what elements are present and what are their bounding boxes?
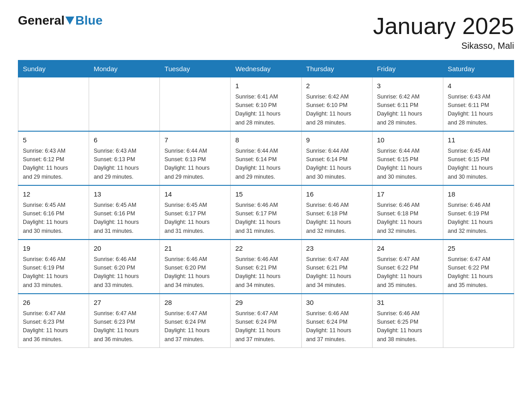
day-info: Sunrise: 6:47 AM Sunset: 6:24 PM Dayligh… — [235, 309, 296, 344]
day-info: Sunrise: 6:47 AM Sunset: 6:22 PM Dayligh… — [377, 255, 438, 290]
day-info: Sunrise: 6:44 AM Sunset: 6:14 PM Dayligh… — [306, 147, 368, 182]
calendar-week-row: 12Sunrise: 6:45 AM Sunset: 6:16 PM Dayli… — [18, 185, 514, 240]
day-number: 23 — [306, 244, 368, 254]
day-number: 29 — [235, 298, 296, 308]
calendar-day-cell: 20Sunrise: 6:46 AM Sunset: 6:20 PM Dayli… — [89, 240, 160, 294]
day-info: Sunrise: 6:47 AM Sunset: 6:23 PM Dayligh… — [23, 309, 84, 344]
calendar-day-cell: 5Sunrise: 6:43 AM Sunset: 6:12 PM Daylig… — [18, 131, 89, 185]
day-number: 12 — [23, 189, 84, 200]
day-number: 15 — [235, 189, 296, 200]
calendar-day-cell: 2Sunrise: 6:42 AM Sunset: 6:10 PM Daylig… — [301, 77, 372, 132]
calendar-week-row: 1Sunrise: 6:41 AM Sunset: 6:10 PM Daylig… — [18, 77, 514, 132]
day-number: 25 — [448, 244, 509, 254]
calendar-day-cell: 7Sunrise: 6:44 AM Sunset: 6:13 PM Daylig… — [160, 131, 231, 185]
day-number: 31 — [377, 298, 438, 308]
day-number: 9 — [306, 135, 368, 146]
day-number: 19 — [23, 244, 84, 254]
location: Sikasso, Mali — [373, 41, 514, 51]
calendar-day-cell: 6Sunrise: 6:43 AM Sunset: 6:13 PM Daylig… — [89, 131, 160, 185]
logo-blue-text: Blue — [75, 13, 103, 28]
day-number: 20 — [94, 244, 155, 254]
day-number: 27 — [94, 298, 155, 308]
calendar-day-cell: 28Sunrise: 6:47 AM Sunset: 6:24 PM Dayli… — [160, 294, 231, 348]
page-header: General Blue January 2025 Sikasso, Mali — [18, 13, 514, 51]
day-info: Sunrise: 6:44 AM Sunset: 6:14 PM Dayligh… — [235, 147, 296, 182]
day-number: 16 — [306, 189, 368, 200]
calendar-week-row: 26Sunrise: 6:47 AM Sunset: 6:23 PM Dayli… — [18, 294, 514, 348]
day-info: Sunrise: 6:44 AM Sunset: 6:15 PM Dayligh… — [377, 147, 438, 182]
calendar-day-cell: 13Sunrise: 6:45 AM Sunset: 6:16 PM Dayli… — [89, 185, 160, 240]
calendar-day-cell: 1Sunrise: 6:41 AM Sunset: 6:10 PM Daylig… — [231, 77, 301, 132]
weekday-header-sunday: Sunday — [18, 60, 89, 77]
day-info: Sunrise: 6:46 AM Sunset: 6:21 PM Dayligh… — [235, 255, 296, 290]
calendar-day-cell — [160, 77, 231, 132]
day-number: 5 — [23, 135, 84, 146]
day-number: 14 — [164, 189, 226, 200]
calendar-day-cell: 26Sunrise: 6:47 AM Sunset: 6:23 PM Dayli… — [18, 294, 89, 348]
day-info: Sunrise: 6:42 AM Sunset: 6:10 PM Dayligh… — [306, 93, 368, 128]
calendar-week-row: 19Sunrise: 6:46 AM Sunset: 6:19 PM Dayli… — [18, 240, 514, 294]
day-info: Sunrise: 6:43 AM Sunset: 6:11 PM Dayligh… — [448, 93, 509, 128]
calendar-day-cell — [89, 77, 160, 132]
day-number: 10 — [377, 135, 438, 146]
calendar-day-cell: 16Sunrise: 6:46 AM Sunset: 6:18 PM Dayli… — [301, 185, 372, 240]
day-number: 13 — [94, 189, 155, 200]
day-number: 26 — [23, 298, 84, 308]
title-section: January 2025 Sikasso, Mali — [373, 13, 514, 51]
calendar-day-cell: 25Sunrise: 6:47 AM Sunset: 6:22 PM Dayli… — [443, 240, 514, 294]
calendar-day-cell: 3Sunrise: 6:42 AM Sunset: 6:11 PM Daylig… — [372, 77, 443, 132]
weekday-header-monday: Monday — [89, 60, 160, 77]
calendar-day-cell: 12Sunrise: 6:45 AM Sunset: 6:16 PM Dayli… — [18, 185, 89, 240]
day-info: Sunrise: 6:46 AM Sunset: 6:25 PM Dayligh… — [377, 309, 438, 344]
weekday-header-friday: Friday — [372, 60, 443, 77]
calendar-day-cell: 30Sunrise: 6:46 AM Sunset: 6:24 PM Dayli… — [301, 294, 372, 348]
weekday-header-wednesday: Wednesday — [231, 60, 301, 77]
day-info: Sunrise: 6:46 AM Sunset: 6:19 PM Dayligh… — [23, 255, 84, 290]
day-info: Sunrise: 6:41 AM Sunset: 6:10 PM Dayligh… — [235, 93, 296, 128]
day-info: Sunrise: 6:46 AM Sunset: 6:20 PM Dayligh… — [94, 255, 155, 290]
calendar-day-cell: 18Sunrise: 6:46 AM Sunset: 6:19 PM Dayli… — [443, 185, 514, 240]
calendar-table: SundayMondayTuesdayWednesdayThursdayFrid… — [18, 60, 514, 348]
calendar-day-cell: 21Sunrise: 6:46 AM Sunset: 6:20 PM Dayli… — [160, 240, 231, 294]
day-number: 11 — [448, 135, 509, 146]
day-info: Sunrise: 6:43 AM Sunset: 6:13 PM Dayligh… — [94, 147, 155, 182]
day-info: Sunrise: 6:44 AM Sunset: 6:13 PM Dayligh… — [164, 147, 226, 182]
calendar-day-cell: 29Sunrise: 6:47 AM Sunset: 6:24 PM Dayli… — [231, 294, 301, 348]
calendar-day-cell: 4Sunrise: 6:43 AM Sunset: 6:11 PM Daylig… — [443, 77, 514, 132]
calendar-day-cell: 27Sunrise: 6:47 AM Sunset: 6:23 PM Dayli… — [89, 294, 160, 348]
day-number: 2 — [306, 81, 368, 91]
calendar-title: January 2025 — [373, 13, 514, 39]
calendar-day-cell: 14Sunrise: 6:45 AM Sunset: 6:17 PM Dayli… — [160, 185, 231, 240]
weekday-header-row: SundayMondayTuesdayWednesdayThursdayFrid… — [18, 60, 514, 77]
day-number: 28 — [164, 298, 226, 308]
calendar-day-cell: 24Sunrise: 6:47 AM Sunset: 6:22 PM Dayli… — [372, 240, 443, 294]
day-number: 1 — [235, 81, 296, 91]
calendar-day-cell: 23Sunrise: 6:47 AM Sunset: 6:21 PM Dayli… — [301, 240, 372, 294]
day-info: Sunrise: 6:46 AM Sunset: 6:18 PM Dayligh… — [306, 201, 368, 236]
day-info: Sunrise: 6:42 AM Sunset: 6:11 PM Dayligh… — [377, 93, 438, 128]
day-number: 17 — [377, 189, 438, 200]
calendar-day-cell: 15Sunrise: 6:46 AM Sunset: 6:17 PM Dayli… — [231, 185, 301, 240]
day-number: 3 — [377, 81, 438, 91]
day-info: Sunrise: 6:45 AM Sunset: 6:16 PM Dayligh… — [23, 201, 84, 236]
logo-triangle-icon — [65, 17, 74, 25]
calendar-day-cell: 11Sunrise: 6:45 AM Sunset: 6:15 PM Dayli… — [443, 131, 514, 185]
weekday-header-saturday: Saturday — [443, 60, 514, 77]
day-number: 7 — [164, 135, 226, 146]
day-number: 8 — [235, 135, 296, 146]
weekday-header-tuesday: Tuesday — [160, 60, 231, 77]
day-info: Sunrise: 6:47 AM Sunset: 6:22 PM Dayligh… — [448, 255, 509, 290]
day-info: Sunrise: 6:43 AM Sunset: 6:12 PM Dayligh… — [23, 147, 84, 182]
calendar-day-cell — [443, 294, 514, 348]
calendar-week-row: 5Sunrise: 6:43 AM Sunset: 6:12 PM Daylig… — [18, 131, 514, 185]
day-number: 22 — [235, 244, 296, 254]
logo-general-text: General — [18, 13, 64, 28]
calendar-day-cell: 31Sunrise: 6:46 AM Sunset: 6:25 PM Dayli… — [372, 294, 443, 348]
day-number: 21 — [164, 244, 226, 254]
day-info: Sunrise: 6:45 AM Sunset: 6:16 PM Dayligh… — [94, 201, 155, 236]
calendar-day-cell: 8Sunrise: 6:44 AM Sunset: 6:14 PM Daylig… — [231, 131, 301, 185]
day-number: 6 — [94, 135, 155, 146]
day-info: Sunrise: 6:46 AM Sunset: 6:17 PM Dayligh… — [235, 201, 296, 236]
calendar-day-cell — [18, 77, 89, 132]
day-info: Sunrise: 6:45 AM Sunset: 6:17 PM Dayligh… — [164, 201, 226, 236]
